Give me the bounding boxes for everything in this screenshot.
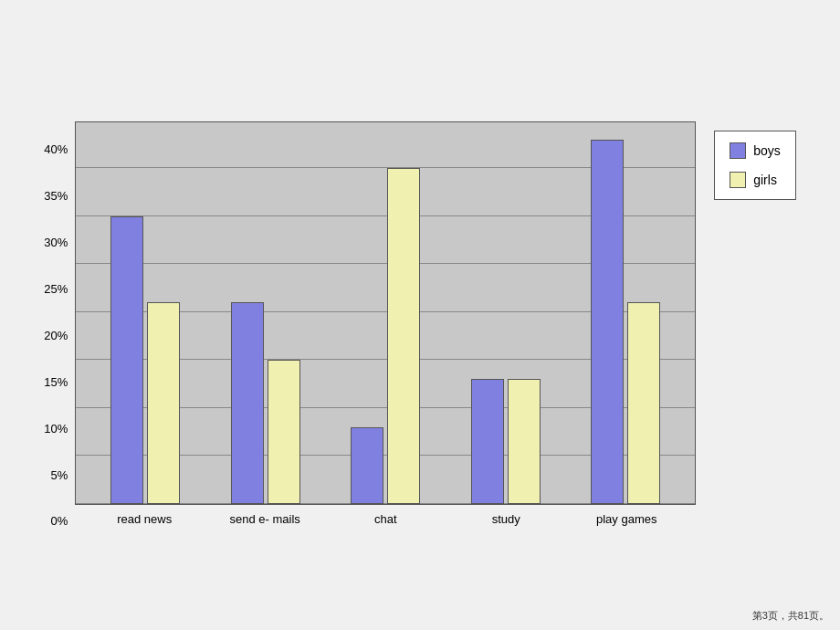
bar-girls-play-games: [627, 302, 660, 504]
bar-girls-study: [508, 379, 541, 504]
bar-girls-chat: [387, 168, 420, 504]
bars-group: [76, 122, 695, 504]
bar-group-study: [471, 379, 541, 504]
bar-boys-study: [471, 379, 504, 504]
bar-boys-send-emails: [231, 302, 264, 504]
chart-container: 40%35%30%25%20%15%10%5%0% read newssend …: [44, 121, 796, 528]
legend-item-boys: boys: [730, 142, 781, 159]
bar-group-read-news: [110, 216, 180, 504]
bar-boys-play-games: [591, 140, 624, 504]
y-axis-label: 30%: [44, 236, 68, 248]
x-label-chat: chat: [349, 512, 422, 528]
y-axis-label: 0%: [50, 515, 68, 527]
bar-group-play-games: [591, 140, 660, 504]
x-label-read-news: read news: [108, 512, 181, 528]
legend-box-boys: [730, 142, 746, 159]
bar-boys-chat: [351, 427, 383, 504]
chart-inner: read newssend e- mailschatstudyplay game…: [75, 121, 696, 528]
bar-boys-read-news: [110, 216, 143, 504]
legend-label-girls: girls: [753, 173, 777, 187]
plot-area: [75, 121, 696, 505]
legend-box-girls: [730, 172, 746, 188]
legend-label-boys: boys: [753, 143, 781, 158]
legend: boys girls: [714, 131, 796, 200]
page-info: 第3页，共81页。: [752, 609, 829, 623]
x-label-send-emails: send e- mails: [228, 512, 301, 528]
legend-item-girls: girls: [730, 172, 781, 188]
bar-group-chat: [351, 168, 420, 504]
y-axis-label: 35%: [44, 190, 68, 202]
bar-girls-send-emails: [268, 360, 300, 504]
y-axis-label: 25%: [44, 283, 68, 295]
x-label-study: study: [469, 512, 542, 528]
y-axis-label: 40%: [44, 143, 68, 155]
chart-area: 40%35%30%25%20%15%10%5%0% read newssend …: [44, 121, 696, 528]
x-label-play-games: play games: [590, 512, 663, 528]
chart-with-yaxis: 40%35%30%25%20%15%10%5%0% read newssend …: [44, 121, 696, 528]
y-axis-label: 10%: [44, 423, 68, 435]
y-axis-label: 20%: [44, 330, 68, 341]
bar-girls-read-news: [147, 302, 180, 504]
y-axis: 40%35%30%25%20%15%10%5%0%: [44, 143, 68, 527]
y-axis-label: 15%: [44, 376, 68, 388]
x-axis-labels: read newssend e- mailschatstudyplay game…: [75, 512, 696, 528]
bar-group-send-emails: [231, 302, 300, 504]
y-axis-label: 5%: [50, 469, 68, 481]
